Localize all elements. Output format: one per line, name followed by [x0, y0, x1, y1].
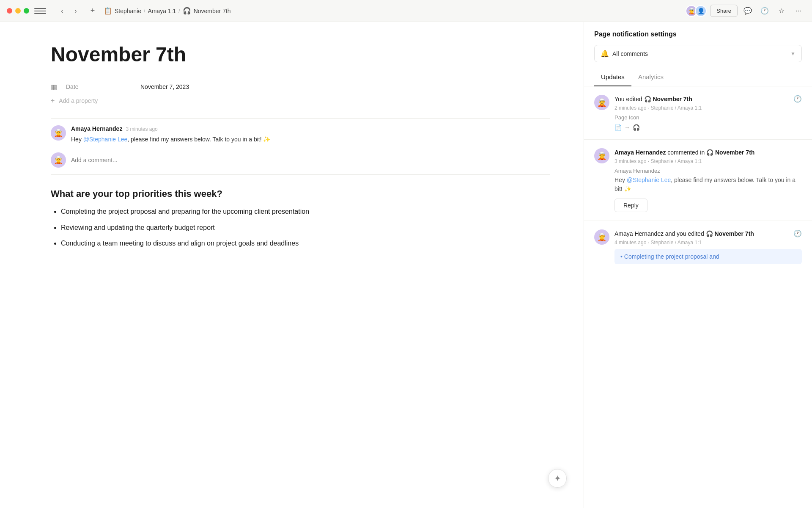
clock-icon-1[interactable]: 🕐: [793, 95, 802, 103]
activity-you-edited-detail: Page Icon 📄 → 🎧: [614, 114, 802, 131]
comment-input[interactable]: [71, 153, 550, 167]
avatar-group: 🧝 👤: [686, 5, 707, 17]
nav-buttons: ‹ ›: [56, 5, 82, 17]
activity-amaya-commented: 🧝 Amaya Hernandez commented in 🎧 Novembe…: [584, 140, 812, 221]
activity-you-edited: 🧝 You edited 🎧 November 7th 2 minutes ag…: [584, 86, 812, 140]
activity-you-edited-header: 🧝 You edited 🎧 November 7th 2 minutes ag…: [594, 95, 802, 111]
bullet-list: Completing the project proposal and prep…: [51, 206, 550, 249]
activity-amaya-commented-title: Amaya Hernandez commented in 🎧 November …: [614, 148, 802, 157]
page-icon-change: Page Icon: [614, 114, 802, 121]
page-title: November 7th: [51, 42, 550, 67]
panel-body: 🧝 You edited 🎧 November 7th 2 minutes ag…: [584, 86, 812, 508]
breadcrumb: 📋 Stephanie / Amaya 1:1 / 🎧 November 7th: [104, 7, 680, 15]
notif-left: 🔔 All comments: [601, 50, 648, 58]
activity-amaya-you-edited-meta: Amaya Hernandez and you edited 🎧 Novembe…: [614, 229, 788, 246]
commented-in-text: commented in: [667, 149, 706, 156]
comment-bubble: Hey @Stephanie Lee, please find my answe…: [614, 176, 802, 193]
reply-button[interactable]: Reply: [614, 199, 647, 212]
traffic-lights: [7, 8, 29, 14]
page-ref-2: 🎧 November 7th: [706, 149, 754, 156]
titlebar: ‹ › + 📋 Stephanie / Amaya 1:1 / 🎧 Novemb…: [0, 0, 812, 22]
activity-you-edited-title: You edited 🎧 November 7th: [614, 95, 788, 104]
breadcrumb-notebook[interactable]: Amaya 1:1: [148, 8, 176, 14]
breadcrumb-workspace-icon: 📋: [104, 7, 112, 15]
comment-input-row: 🧝: [51, 152, 550, 168]
highlight-box: Completing the project proposal and: [614, 249, 802, 264]
add-icon: +: [51, 97, 55, 105]
panel-title: Page notification settings: [594, 30, 802, 38]
activity-amaya-commented-meta: Amaya Hernandez commented in 🎧 November …: [614, 148, 802, 164]
avatar-current-user: 🧝: [51, 152, 66, 168]
properties-section: ▦ Date November 7, 2023 + Add a property: [51, 80, 550, 108]
comment-bubble-plain: Hey: [614, 177, 627, 183]
breadcrumb-page[interactable]: November 7th: [194, 8, 231, 14]
new-tab-button[interactable]: +: [87, 5, 99, 17]
add-property-button[interactable]: + Add a property: [51, 94, 550, 108]
date-property-value[interactable]: November 7, 2023: [140, 83, 189, 90]
activity-amaya-you-edited-header: 🧝 Amaya Hernandez and you edited 🎧 Novem…: [594, 229, 802, 246]
tab-analytics[interactable]: Analytics: [631, 69, 670, 86]
activity-amaya-commented-detail: Amaya Hernandez Hey @Stephanie Lee, plea…: [614, 168, 802, 212]
history-button[interactable]: 🕐: [758, 4, 771, 18]
highlight-text: Completing the project proposal and: [624, 253, 719, 260]
amaya-name: Amaya Hernandez: [614, 149, 666, 156]
icon-from: 📄: [614, 124, 622, 131]
nav-forward-button[interactable]: ›: [70, 5, 82, 17]
nav-back-button[interactable]: ‹: [56, 5, 68, 17]
arrow-icon: →: [624, 124, 630, 131]
amaya-you-edited-text: Amaya Hernandez and you edited: [614, 230, 704, 237]
breadcrumb-workspace[interactable]: Stephanie: [115, 8, 141, 14]
bell-icon: 🔔: [601, 50, 609, 58]
comment-amaya-content: Amaya Hernandez 3 minutes ago Hey @Steph…: [71, 125, 550, 144]
activity-amaya-you-edited-title: Amaya Hernandez and you edited 🎧 Novembe…: [614, 229, 788, 238]
you-edited-text: You edited: [614, 96, 642, 102]
bullet-item-1: Completing the project proposal and prep…: [61, 206, 550, 217]
property-date-row: ▦ Date November 7, 2023: [51, 80, 550, 94]
tab-updates[interactable]: Updates: [594, 69, 631, 86]
favorite-button[interactable]: ☆: [775, 4, 788, 18]
maximize-button[interactable]: [24, 8, 29, 14]
sidebar-toggle[interactable]: [34, 5, 46, 17]
comment-text-plain: Hey: [71, 136, 83, 143]
avatar-2: 👤: [695, 5, 707, 17]
page-icon-label: Page Icon: [614, 114, 639, 121]
icon-to: 🎧: [633, 124, 640, 131]
titlebar-actions: 🧝 👤 Share 💬 🕐 ☆ ···: [686, 4, 805, 18]
comment-mention[interactable]: @Stephanie Lee: [83, 136, 128, 143]
right-panel: Page notification settings 🔔 All comment…: [584, 22, 812, 508]
breadcrumb-sep1: /: [144, 8, 145, 14]
activity-amaya-you-edited-detail: Completing the project proposal and: [614, 249, 802, 264]
more-options-button[interactable]: ···: [792, 4, 805, 18]
comment-amaya-text: Hey @Stephanie Lee, please find my answe…: [71, 135, 550, 144]
breadcrumb-sep2: /: [178, 8, 180, 14]
panel-header: Page notification settings 🔔 All comment…: [584, 22, 812, 86]
divider-2: [51, 174, 550, 175]
activity-you-edited-subtitle: 2 minutes ago · Stephanie / Amaya 1:1: [614, 105, 788, 111]
bullet-item-2: Reviewing and updating the quarterly bud…: [61, 222, 550, 233]
date-property-icon: ▦: [51, 83, 59, 91]
clock-icon-2[interactable]: 🕐: [793, 229, 802, 237]
ai-button[interactable]: ✦: [548, 469, 567, 488]
comment-amaya-header: Amaya Hernandez 3 minutes ago: [71, 125, 550, 132]
icon-change-icons: 📄 → 🎧: [614, 124, 802, 131]
activity-amaya-commented-header: 🧝 Amaya Hernandez commented in 🎧 Novembe…: [594, 148, 802, 164]
tabs-row: Updates Analytics: [594, 69, 802, 86]
breadcrumb-page-icon: 🎧: [183, 7, 191, 15]
activity-commenter-name: Amaya Hernandez: [614, 168, 802, 174]
content-area: November 7th ▦ Date November 7, 2023 + A…: [0, 22, 584, 508]
avatar-activity-1: 🧝: [594, 95, 609, 110]
activity-amaya-you-edited-subtitle: 4 minutes ago · Stephanie / Amaya 1:1: [614, 240, 788, 246]
notification-option: All comments: [612, 50, 648, 57]
section-heading: What are your top priorities this week?: [51, 188, 550, 199]
notification-dropdown[interactable]: 🔔 All comments ▼: [594, 45, 802, 62]
date-property-label: Date: [66, 83, 134, 90]
comments-button[interactable]: 💬: [741, 4, 754, 18]
add-property-label: Add a property: [59, 97, 98, 104]
close-button[interactable]: [7, 8, 12, 14]
share-button[interactable]: Share: [710, 5, 738, 17]
bullet-item-3: Conducting a team meeting to discuss and…: [61, 238, 550, 249]
comment-bubble-mention: @Stephanie Lee: [627, 177, 671, 183]
activity-you-edited-meta: You edited 🎧 November 7th 2 minutes ago …: [614, 95, 788, 111]
comment-text-after: , please find my answers below. Talk to …: [127, 136, 270, 143]
minimize-button[interactable]: [15, 8, 21, 14]
